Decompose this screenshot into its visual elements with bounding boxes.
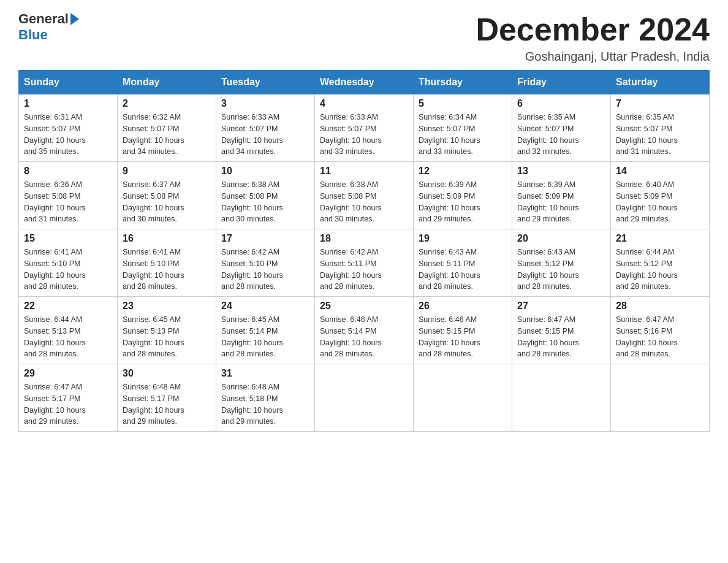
logo-text-blue: Blue — [18, 27, 48, 43]
calendar-cell: 12Sunrise: 6:39 AMSunset: 5:09 PMDayligh… — [414, 162, 512, 229]
title-block: December 2024 Goshainganj, Uttar Pradesh… — [476, 12, 710, 64]
calendar-cell: 11Sunrise: 6:38 AMSunset: 5:08 PMDayligh… — [315, 162, 414, 229]
day-number: 4 — [320, 98, 408, 109]
day-number: 12 — [419, 166, 507, 177]
page-header: General Blue December 2024 Goshainganj, … — [18, 12, 710, 64]
location-title: Goshainganj, Uttar Pradesh, India — [476, 50, 710, 64]
day-info: Sunrise: 6:41 AMSunset: 5:10 PMDaylight:… — [123, 247, 211, 293]
day-number: 7 — [616, 98, 704, 109]
calendar-cell: 25Sunrise: 6:46 AMSunset: 5:14 PMDayligh… — [315, 297, 414, 364]
calendar-cell: 21Sunrise: 6:44 AMSunset: 5:12 PMDayligh… — [611, 229, 710, 297]
calendar-cell: 27Sunrise: 6:47 AMSunset: 5:15 PMDayligh… — [512, 297, 611, 364]
day-number: 15 — [24, 233, 112, 244]
day-info: Sunrise: 6:38 AMSunset: 5:08 PMDaylight:… — [320, 179, 408, 225]
day-info: Sunrise: 6:47 AMSunset: 5:15 PMDaylight:… — [517, 314, 605, 360]
day-info: Sunrise: 6:40 AMSunset: 5:09 PMDaylight:… — [616, 179, 704, 225]
calendar-cell: 6Sunrise: 6:35 AMSunset: 5:07 PMDaylight… — [512, 94, 611, 162]
calendar-cell: 23Sunrise: 6:45 AMSunset: 5:13 PMDayligh… — [118, 297, 216, 364]
day-number: 16 — [123, 233, 211, 244]
day-number: 29 — [24, 368, 112, 379]
week-row-1: 1Sunrise: 6:31 AMSunset: 5:07 PMDaylight… — [19, 94, 710, 162]
day-info: Sunrise: 6:39 AMSunset: 5:09 PMDaylight:… — [419, 179, 507, 225]
day-number: 23 — [123, 301, 211, 312]
day-number: 13 — [517, 166, 605, 177]
week-row-2: 8Sunrise: 6:36 AMSunset: 5:08 PMDaylight… — [19, 162, 710, 229]
day-number: 21 — [616, 233, 704, 244]
day-number: 9 — [123, 166, 211, 177]
day-of-week-header-tuesday: Tuesday — [216, 71, 315, 94]
calendar-cell: 29Sunrise: 6:47 AMSunset: 5:17 PMDayligh… — [19, 364, 118, 432]
day-of-week-header-wednesday: Wednesday — [315, 71, 414, 94]
day-number: 27 — [517, 301, 605, 312]
calendar-header-row: SundayMondayTuesdayWednesdayThursdayFrid… — [19, 71, 710, 94]
calendar-cell: 10Sunrise: 6:38 AMSunset: 5:08 PMDayligh… — [216, 162, 315, 229]
day-of-week-header-saturday: Saturday — [611, 71, 710, 94]
calendar-cell: 28Sunrise: 6:47 AMSunset: 5:16 PMDayligh… — [611, 297, 710, 364]
calendar-cell: 2Sunrise: 6:32 AMSunset: 5:07 PMDaylight… — [118, 94, 216, 162]
day-info: Sunrise: 6:43 AMSunset: 5:11 PMDaylight:… — [419, 247, 507, 293]
calendar-cell: 3Sunrise: 6:33 AMSunset: 5:07 PMDaylight… — [216, 94, 315, 162]
calendar-cell: 18Sunrise: 6:42 AMSunset: 5:11 PMDayligh… — [315, 229, 414, 297]
calendar-cell: 8Sunrise: 6:36 AMSunset: 5:08 PMDaylight… — [19, 162, 118, 229]
calendar-cell: 5Sunrise: 6:34 AMSunset: 5:07 PMDaylight… — [414, 94, 512, 162]
calendar-cell: 30Sunrise: 6:48 AMSunset: 5:17 PMDayligh… — [118, 364, 216, 432]
day-number: 8 — [24, 166, 112, 177]
day-number: 10 — [221, 166, 309, 177]
day-number: 5 — [419, 98, 507, 109]
day-number: 25 — [320, 301, 408, 312]
day-info: Sunrise: 6:35 AMSunset: 5:07 PMDaylight:… — [517, 112, 605, 158]
day-number: 30 — [123, 368, 211, 379]
day-info: Sunrise: 6:34 AMSunset: 5:07 PMDaylight:… — [419, 112, 507, 158]
calendar-cell: 19Sunrise: 6:43 AMSunset: 5:11 PMDayligh… — [414, 229, 512, 297]
day-info: Sunrise: 6:48 AMSunset: 5:18 PMDaylight:… — [221, 381, 309, 427]
calendar-table: SundayMondayTuesdayWednesdayThursdayFrid… — [18, 70, 710, 432]
day-number: 11 — [320, 166, 408, 177]
calendar-cell: 24Sunrise: 6:45 AMSunset: 5:14 PMDayligh… — [216, 297, 315, 364]
week-row-4: 22Sunrise: 6:44 AMSunset: 5:13 PMDayligh… — [19, 297, 710, 364]
day-number: 18 — [320, 233, 408, 244]
day-info: Sunrise: 6:36 AMSunset: 5:08 PMDaylight:… — [24, 179, 112, 225]
day-number: 26 — [419, 301, 507, 312]
day-number: 3 — [221, 98, 309, 109]
calendar-cell — [414, 364, 512, 432]
week-row-5: 29Sunrise: 6:47 AMSunset: 5:17 PMDayligh… — [19, 364, 710, 432]
day-info: Sunrise: 6:45 AMSunset: 5:13 PMDaylight:… — [123, 314, 211, 360]
calendar-cell: 22Sunrise: 6:44 AMSunset: 5:13 PMDayligh… — [19, 297, 118, 364]
logo: General Blue — [18, 12, 79, 43]
day-info: Sunrise: 6:42 AMSunset: 5:10 PMDaylight:… — [221, 247, 309, 293]
calendar-cell — [315, 364, 414, 432]
day-number: 28 — [616, 301, 704, 312]
day-number: 17 — [221, 233, 309, 244]
day-info: Sunrise: 6:47 AMSunset: 5:16 PMDaylight:… — [616, 314, 704, 360]
calendar-cell: 16Sunrise: 6:41 AMSunset: 5:10 PMDayligh… — [118, 229, 216, 297]
day-number: 24 — [221, 301, 309, 312]
day-info: Sunrise: 6:47 AMSunset: 5:17 PMDaylight:… — [24, 381, 112, 427]
day-number: 22 — [24, 301, 112, 312]
calendar-cell: 17Sunrise: 6:42 AMSunset: 5:10 PMDayligh… — [216, 229, 315, 297]
day-info: Sunrise: 6:39 AMSunset: 5:09 PMDaylight:… — [517, 179, 605, 225]
day-info: Sunrise: 6:46 AMSunset: 5:14 PMDaylight:… — [320, 314, 408, 360]
day-of-week-header-friday: Friday — [512, 71, 611, 94]
day-info: Sunrise: 6:33 AMSunset: 5:07 PMDaylight:… — [320, 112, 408, 158]
day-info: Sunrise: 6:41 AMSunset: 5:10 PMDaylight:… — [24, 247, 112, 293]
day-info: Sunrise: 6:44 AMSunset: 5:12 PMDaylight:… — [616, 247, 704, 293]
calendar-cell: 14Sunrise: 6:40 AMSunset: 5:09 PMDayligh… — [611, 162, 710, 229]
day-of-week-header-thursday: Thursday — [414, 71, 512, 94]
calendar-cell: 4Sunrise: 6:33 AMSunset: 5:07 PMDaylight… — [315, 94, 414, 162]
day-of-week-header-sunday: Sunday — [19, 71, 118, 94]
day-info: Sunrise: 6:46 AMSunset: 5:15 PMDaylight:… — [419, 314, 507, 360]
calendar-cell: 7Sunrise: 6:35 AMSunset: 5:07 PMDaylight… — [611, 94, 710, 162]
calendar-cell: 9Sunrise: 6:37 AMSunset: 5:08 PMDaylight… — [118, 162, 216, 229]
logo-text-general: General — [18, 12, 69, 26]
day-info: Sunrise: 6:48 AMSunset: 5:17 PMDaylight:… — [123, 381, 211, 427]
calendar-cell: 20Sunrise: 6:43 AMSunset: 5:12 PMDayligh… — [512, 229, 611, 297]
day-info: Sunrise: 6:32 AMSunset: 5:07 PMDaylight:… — [123, 112, 211, 158]
calendar-cell: 31Sunrise: 6:48 AMSunset: 5:18 PMDayligh… — [216, 364, 315, 432]
day-info: Sunrise: 6:37 AMSunset: 5:08 PMDaylight:… — [123, 179, 211, 225]
day-info: Sunrise: 6:43 AMSunset: 5:12 PMDaylight:… — [517, 247, 605, 293]
day-info: Sunrise: 6:38 AMSunset: 5:08 PMDaylight:… — [221, 179, 309, 225]
day-number: 6 — [517, 98, 605, 109]
calendar-cell: 13Sunrise: 6:39 AMSunset: 5:09 PMDayligh… — [512, 162, 611, 229]
calendar-cell: 1Sunrise: 6:31 AMSunset: 5:07 PMDaylight… — [19, 94, 118, 162]
day-number: 2 — [123, 98, 211, 109]
